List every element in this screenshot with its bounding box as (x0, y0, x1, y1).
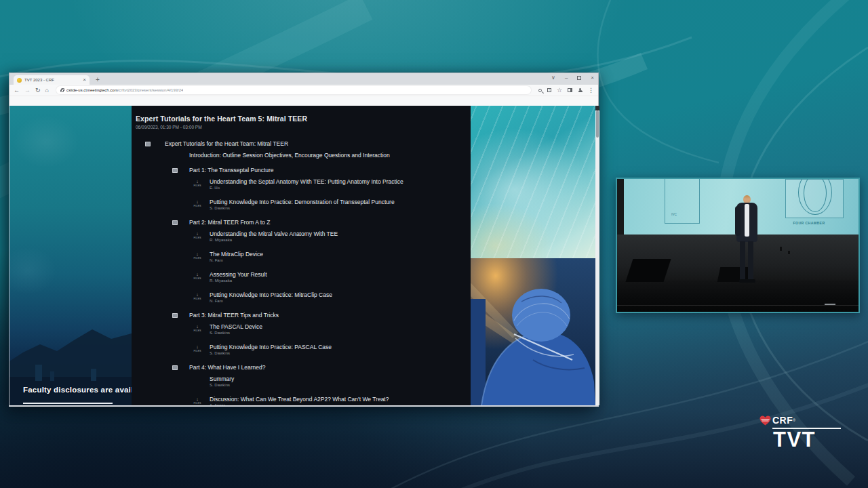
minimize-button[interactable]: – (565, 75, 568, 81)
four-chamber-label: FOUR CHAMBER (777, 221, 841, 224)
scrollbar-top-button[interactable] (595, 106, 599, 110)
agenda-presentation-item[interactable]: ↓FILESPutting Knowledge Into Practice: P… (136, 344, 471, 356)
agenda-section-item[interactable]: Expert Tutorials for the Heart Team: Mit… (136, 141, 471, 147)
download-arrow-icon: ↓ (196, 252, 199, 256)
agenda-section-item[interactable]: Part 3: Mitral TEER Tips and Tricks (136, 312, 471, 319)
agenda-item-label: Summary (210, 376, 234, 382)
side-panel-icon[interactable] (568, 88, 572, 92)
agenda-item-speaker: A. Asgar (210, 403, 389, 405)
agenda-item-text: Discussion: What Can We Treat Beyond A2P… (210, 396, 389, 405)
video-icon (172, 365, 178, 370)
left-image-panel: Faculty disclosures are availa (9, 106, 132, 405)
files-download-button[interactable]: ↓FILES (193, 293, 202, 302)
agenda-item-speaker: N. Fam (210, 299, 332, 304)
files-download-button[interactable]: ↓FILES (193, 345, 202, 354)
browser-tab[interactable]: TVT 2023 - CRF × (14, 75, 90, 85)
video-icon (145, 142, 151, 146)
session-title: Expert Tutorials for the Heart Team 5: M… (136, 115, 471, 123)
agenda-presentation-item[interactable]: ↓FILESUnderstanding the Septal Anatomy W… (136, 179, 471, 190)
agenda-presentation-item[interactable]: ↓FILESPutting Knowledge Into Practice: D… (136, 199, 471, 211)
agenda-section-item[interactable]: Part 1: The Transseptal Puncture (136, 167, 471, 174)
faculty-disclosure-text: Faculty disclosures are availa (23, 386, 132, 394)
agenda-item-text: Expert Tutorials for the Heart Team: Mit… (165, 141, 288, 147)
agenda-presentation-item[interactable]: ↓FILESThe MitraClip DeviceN. Fam (136, 251, 471, 263)
close-button[interactable]: × (591, 75, 594, 81)
video-icon (172, 168, 178, 173)
address-bar[interactable]: cslide-us.ctmeetingtech.com/crftvt2023/p… (56, 86, 531, 94)
session-page: Faculty disclosures are availa Expert Tu… (9, 106, 598, 405)
agenda-item-label: Part 1: The Transseptal Puncture (189, 167, 274, 174)
session-datetime: 06/09/2023, 01:30 PM - 03:00 PM (136, 125, 471, 129)
forward-button[interactable]: → (24, 87, 31, 94)
agenda-item-speaker: S. Dawkins (210, 206, 395, 211)
agenda-item-label: Putting Knowledge Into Practice: Demonst… (210, 199, 395, 205)
files-label: FILES (193, 237, 201, 239)
home-button[interactable]: ⌂ (45, 87, 49, 94)
files-download-button[interactable]: ↓FILES (193, 325, 202, 333)
crf-tvt-logo: CRF® TVT (760, 415, 842, 451)
download-arrow-icon: ↓ (196, 200, 199, 204)
agenda-item-label: The MitraClip Device (210, 251, 263, 258)
agenda-item-speaker: R. Miyasaka (210, 279, 267, 283)
agenda-presentation-item[interactable]: ↓FILESUnderstanding the Mitral Valve Ana… (136, 231, 471, 243)
window-controls: ∨ – × (551, 75, 594, 81)
agenda-list: Expert Tutorials for the Heart Team: Mit… (136, 141, 471, 405)
agenda-presentation-item[interactable]: ↓FILESAssessing Your ResultR. Miyasaka (136, 272, 471, 283)
agenda-item-label: Introduction: Outline Session Objectives… (189, 152, 390, 159)
speaker-figure (732, 195, 762, 285)
speaker-shirt (745, 204, 749, 237)
ivc-label: IVC (671, 213, 677, 216)
reload-button[interactable]: ↻ (35, 87, 41, 94)
agenda-item-label: The PASCAL Device (210, 324, 262, 330)
files-download-button[interactable]: ↓FILES (193, 272, 202, 281)
files-label: FILES (193, 298, 201, 300)
agenda-item-text: The MitraClip DeviceN. Fam (210, 251, 263, 263)
agenda-item-speaker: N. Fam (210, 258, 263, 263)
files-download-button[interactable]: ↓FILES (193, 232, 202, 241)
files-download-button[interactable]: ↓FILES (193, 200, 202, 209)
page-scrollbar[interactable] (595, 106, 599, 405)
download-arrow-icon: ↓ (196, 325, 199, 329)
files-label: FILES (193, 350, 201, 352)
files-download-button[interactable]: ↓FILES (193, 397, 202, 405)
profile-icon[interactable] (578, 88, 583, 93)
download-arrow-icon: ↓ (196, 397, 199, 401)
scrollbar-thumb[interactable] (596, 110, 599, 138)
agenda-section-item[interactable]: Introduction: Outline Session Objectives… (136, 152, 471, 159)
agenda-item-label: Discussion: What Can We Treat Beyond A2P… (210, 396, 389, 403)
stage-edge-line (617, 305, 859, 306)
agenda-presentation-item[interactable]: ↓FILESDiscussion: What Can We Treat Beyo… (136, 396, 471, 405)
speaker-leg (740, 241, 745, 281)
agenda-item-speaker: S. Dawkins (210, 351, 332, 356)
agenda-presentation-item[interactable]: ↓FILESThe PASCAL DeviceS. Dawkins (136, 324, 471, 336)
url-domain: cslide-us.ctmeetingtech.com (66, 88, 118, 92)
bookmark-star-icon[interactable]: ☆ (557, 87, 562, 94)
agenda-presentation-item[interactable]: SummaryS. Dawkins (136, 376, 471, 388)
agenda-item-text: Understanding the Mitral Valve Anatomy W… (210, 231, 338, 243)
agenda-item-label: Understanding the Mitral Valve Anatomy W… (210, 231, 338, 237)
agenda-item-text: Part 4: What Have I Learned? (189, 365, 265, 371)
tab-close-icon[interactable]: × (83, 78, 86, 82)
agenda-section-item[interactable]: Part 4: What Have I Learned? (136, 365, 471, 371)
search-icon[interactable] (538, 89, 542, 92)
wall-outlet (788, 251, 790, 254)
agenda-item-label: Expert Tutorials for the Heart Team: Mit… (165, 141, 288, 147)
restore-button[interactable] (577, 76, 581, 80)
menu-icon[interactable]: ⋮ (588, 87, 594, 94)
share-icon[interactable]: ↑ (547, 88, 551, 92)
window-dropdown-icon[interactable]: ∨ (551, 75, 555, 81)
new-tab-button[interactable]: + (96, 77, 100, 83)
agenda-section-item[interactable]: Part 2: Mitral TEER From A to Z (136, 220, 471, 226)
files-download-button[interactable]: ↓FILES (193, 180, 202, 188)
agenda-item-text: Putting Knowledge Into Practice: PASCAL … (210, 344, 332, 356)
agenda-presentation-item[interactable]: ↓FILESPutting Knowledge Into Practice: M… (136, 292, 471, 304)
files-download-button[interactable]: ↓FILES (193, 252, 202, 261)
download-arrow-icon: ↓ (196, 345, 199, 349)
agenda-item-label: Part 2: Mitral TEER From A to Z (189, 220, 270, 226)
back-button[interactable]: ← (14, 87, 20, 94)
agenda-item-text: SummaryS. Dawkins (210, 376, 234, 388)
agenda-item-label: Understanding the Septal Anatomy With TE… (210, 179, 403, 185)
lock-icon (60, 89, 64, 92)
surgeon-image (471, 258, 595, 405)
tab-favicon (17, 78, 22, 83)
